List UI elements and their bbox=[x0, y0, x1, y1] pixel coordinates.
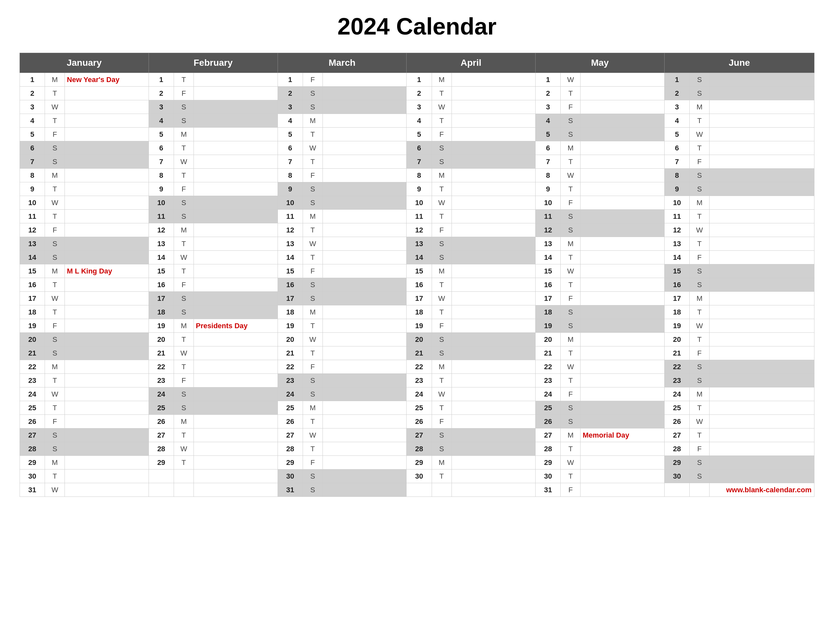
day-event bbox=[194, 73, 278, 87]
day-event bbox=[323, 87, 406, 100]
day-event bbox=[451, 415, 535, 428]
day-letter: S bbox=[561, 319, 580, 333]
day-letter: T bbox=[690, 305, 710, 319]
day-letter: S bbox=[174, 387, 194, 401]
day-event bbox=[194, 401, 278, 415]
day-event bbox=[65, 128, 149, 141]
day-letter: T bbox=[690, 428, 710, 442]
day-letter: W bbox=[432, 292, 451, 305]
day-event bbox=[194, 182, 278, 196]
day-number: 19 bbox=[149, 319, 174, 333]
day-event bbox=[323, 360, 406, 374]
day-number: 14 bbox=[536, 251, 561, 265]
day-letter: T bbox=[174, 360, 194, 374]
day-letter: S bbox=[690, 456, 710, 470]
day-letter: F bbox=[174, 87, 194, 100]
day-letter: F bbox=[561, 100, 580, 114]
empty-day-event bbox=[194, 470, 278, 483]
day-letter: S bbox=[561, 415, 580, 428]
day-letter: S bbox=[690, 360, 710, 374]
calendar-row: 18T18S18M18T18S18T bbox=[20, 305, 815, 319]
day-event bbox=[451, 470, 535, 483]
empty-day-event bbox=[451, 483, 535, 497]
day-number: 24 bbox=[536, 387, 561, 401]
day-letter: S bbox=[690, 182, 710, 196]
day-letter: S bbox=[303, 483, 323, 497]
day-event bbox=[194, 346, 278, 360]
day-number: 14 bbox=[664, 251, 689, 265]
day-event bbox=[65, 333, 149, 346]
day-letter: T bbox=[45, 401, 65, 415]
month-header-feb: February bbox=[149, 53, 278, 73]
calendar-row: 28S28W28T28S28T28F bbox=[20, 442, 815, 456]
day-event bbox=[65, 360, 149, 374]
day-number: 18 bbox=[20, 305, 45, 319]
day-event bbox=[710, 265, 815, 278]
day-letter: S bbox=[432, 251, 451, 265]
day-number: 17 bbox=[536, 292, 561, 305]
day-letter: T bbox=[561, 442, 580, 456]
day-event bbox=[580, 251, 664, 265]
day-number: 14 bbox=[149, 251, 174, 265]
day-letter: W bbox=[561, 169, 580, 182]
day-number: 29 bbox=[664, 456, 689, 470]
day-number: 16 bbox=[407, 278, 432, 292]
day-number: 23 bbox=[149, 374, 174, 387]
day-number: 3 bbox=[664, 100, 689, 114]
day-event bbox=[65, 305, 149, 319]
day-event bbox=[194, 100, 278, 114]
day-letter: T bbox=[45, 278, 65, 292]
month-header-jan: January bbox=[20, 53, 149, 73]
day-letter: M bbox=[432, 360, 451, 374]
day-event bbox=[710, 401, 815, 415]
day-letter: S bbox=[174, 210, 194, 223]
day-event bbox=[194, 292, 278, 305]
day-number: 24 bbox=[20, 387, 45, 401]
empty-day-num bbox=[664, 483, 689, 497]
day-number: 8 bbox=[536, 169, 561, 182]
day-number: 30 bbox=[278, 470, 303, 483]
day-letter: S bbox=[174, 100, 194, 114]
day-letter: W bbox=[690, 415, 710, 428]
day-letter: W bbox=[303, 237, 323, 251]
day-number: 2 bbox=[20, 87, 45, 100]
day-event bbox=[451, 73, 535, 87]
day-number: 3 bbox=[278, 100, 303, 114]
day-letter: F bbox=[432, 319, 451, 333]
day-event bbox=[580, 141, 664, 155]
day-letter: W bbox=[561, 73, 580, 87]
day-number: 9 bbox=[149, 182, 174, 196]
day-event bbox=[323, 374, 406, 387]
day-event bbox=[194, 305, 278, 319]
day-event bbox=[580, 470, 664, 483]
empty-day-letter bbox=[174, 470, 194, 483]
day-number: 6 bbox=[278, 141, 303, 155]
day-event bbox=[65, 169, 149, 182]
day-number: 11 bbox=[407, 210, 432, 223]
day-event bbox=[580, 169, 664, 182]
day-letter: F bbox=[303, 73, 323, 87]
day-number: 13 bbox=[664, 237, 689, 251]
day-number: 27 bbox=[278, 428, 303, 442]
day-number: 12 bbox=[536, 223, 561, 237]
day-event bbox=[323, 387, 406, 401]
day-number: 14 bbox=[278, 251, 303, 265]
day-letter: T bbox=[432, 87, 451, 100]
calendar-row: 31W31S31Fwww.blank-calendar.com bbox=[20, 483, 815, 497]
day-number: 17 bbox=[664, 292, 689, 305]
day-letter: F bbox=[174, 374, 194, 387]
day-event bbox=[323, 237, 406, 251]
day-letter: T bbox=[561, 87, 580, 100]
day-event bbox=[194, 196, 278, 210]
day-event bbox=[65, 401, 149, 415]
day-number: 4 bbox=[407, 114, 432, 128]
day-number: 23 bbox=[664, 374, 689, 387]
day-event bbox=[194, 428, 278, 442]
day-number: 6 bbox=[20, 141, 45, 155]
day-number: 22 bbox=[407, 360, 432, 374]
day-event bbox=[451, 251, 535, 265]
day-letter: F bbox=[690, 346, 710, 360]
day-letter: S bbox=[303, 470, 323, 483]
day-number: 22 bbox=[278, 360, 303, 374]
calendar-row: 24W24S24S24W24F24M bbox=[20, 387, 815, 401]
